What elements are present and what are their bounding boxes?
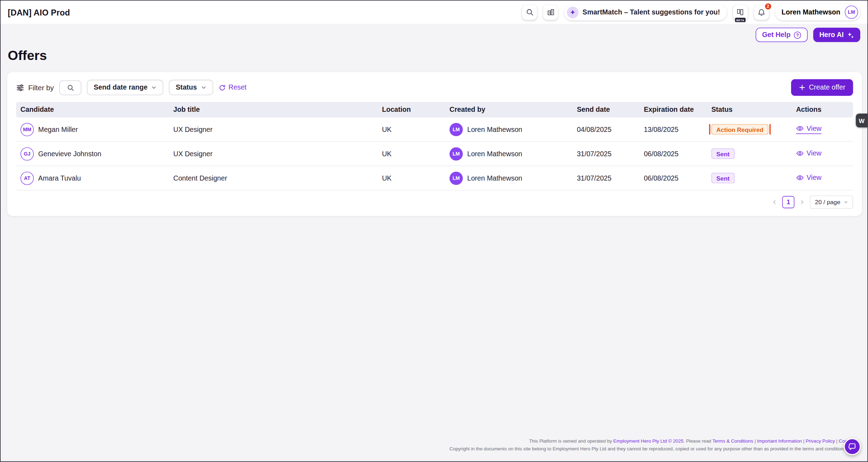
hero-ai-button[interactable]: Hero AI <box>813 28 860 42</box>
status-badge: Action Required <box>711 124 769 135</box>
column-header-actions: Actions <box>791 106 853 114</box>
create-offer-button[interactable]: Create offer <box>791 79 853 96</box>
table-header: Candidate Job title Location Created by … <box>16 102 853 117</box>
chevron-down-icon <box>151 85 157 90</box>
plus-icon <box>799 84 806 91</box>
table-row: GJ Genevieve Johnston UX Designer UK LM … <box>16 142 853 166</box>
status-badge: Sent <box>711 148 735 159</box>
footer-separator: | <box>753 438 757 444</box>
eye-icon <box>796 124 804 132</box>
app-window: [DAN] AIO Prod SmartMatch – Talent sugge… <box>0 0 868 462</box>
send-date: 31/07/2025 <box>573 174 640 182</box>
filter-by-label: Filter by <box>28 83 54 92</box>
job-title: UX Designer <box>169 150 378 158</box>
chat-bubble-icon <box>848 443 857 451</box>
table-search-input[interactable] <box>59 80 81 95</box>
view-label: View <box>807 124 821 132</box>
previous-page-button[interactable] <box>772 199 777 205</box>
filter-sliders-icon <box>16 83 25 92</box>
created-by-avatar: LM <box>450 171 463 185</box>
column-header-send-date: Send date <box>573 106 640 114</box>
location: UK <box>378 150 445 158</box>
candidate-name: Megan Miller <box>38 126 78 133</box>
send-date: 31/07/2025 <box>573 150 640 158</box>
pagination: 1 20 / page <box>16 190 853 212</box>
sparkles-icon <box>847 31 854 38</box>
chat-widget-button[interactable] <box>844 438 861 455</box>
expiration-date: 06/08/2025 <box>640 150 707 158</box>
candidate-avatar: GJ <box>20 147 34 160</box>
bell-icon <box>757 8 766 17</box>
created-by-name: Loren Mathewson <box>467 126 522 133</box>
created-by-avatar: LM <box>450 147 463 160</box>
candidate-avatar: AT <box>20 171 34 185</box>
hero-ai-label: Hero AI <box>819 31 844 39</box>
user-avatar: LM <box>845 6 858 19</box>
reset-filters-button[interactable]: Reset <box>219 84 247 91</box>
column-header-status: Status <box>707 106 791 114</box>
search-icon <box>526 8 533 16</box>
expiration-date: 06/08/2025 <box>640 174 707 182</box>
filter-bar: Filter by Send date range Status <box>16 79 853 96</box>
search-icon <box>67 84 74 91</box>
footer-text: This Platform is owned and operated by <box>529 438 613 444</box>
status-filter[interactable]: Status <box>169 80 213 95</box>
expiration-date: 13/08/2025 <box>640 126 707 133</box>
chevron-down-icon <box>844 200 848 205</box>
privacy-policy-link[interactable]: Privacy Policy <box>806 438 835 444</box>
smartmatch-label: SmartMatch – Talent suggestions for you! <box>582 8 720 16</box>
send-date: 04/08/2025 <box>573 126 640 133</box>
search-button[interactable] <box>522 5 537 19</box>
offers-card: Filter by Send date range Status <box>7 72 862 216</box>
reset-icon <box>219 84 226 91</box>
user-menu[interactable]: Loren Mathewson LM <box>775 4 860 20</box>
notification-count-badge: 2 <box>764 2 771 10</box>
recruitment-tools-button[interactable]: BETA <box>733 5 748 19</box>
view-offer-link[interactable]: View <box>796 174 821 182</box>
user-name: Loren Mathewson <box>782 8 841 16</box>
view-offer-link[interactable]: View <box>796 124 821 134</box>
column-header-location: Location <box>378 106 445 114</box>
reset-label: Reset <box>228 84 246 91</box>
smartmatch-sparkle-icon <box>567 6 579 18</box>
employment-hero-link[interactable]: Employment Hero Pty Ltd © 2025 <box>613 438 684 444</box>
created-by-avatar: LM <box>450 123 463 136</box>
column-header-job-title: Job title <box>169 106 378 114</box>
status-filter-label: Status <box>176 84 197 91</box>
created-by-name: Loren Mathewson <box>467 150 522 158</box>
eye-icon <box>796 149 804 157</box>
side-widget-tab[interactable]: W <box>856 114 868 127</box>
beta-badge: BETA <box>735 17 745 22</box>
terms-conditions-link[interactable]: Terms & Conditions <box>713 438 753 444</box>
notifications-button[interactable]: 2 <box>754 5 769 19</box>
created-by-name: Loren Mathewson <box>467 174 522 182</box>
organisation-button[interactable] <box>543 5 558 19</box>
create-offer-label: Create offer <box>809 84 845 91</box>
smartmatch-banner[interactable]: SmartMatch – Talent suggestions for you! <box>564 4 727 20</box>
footer-line-2: Copyright in the documents on this site … <box>450 445 850 452</box>
next-page-button[interactable] <box>800 199 805 205</box>
important-information-link[interactable]: Important Information <box>757 438 802 444</box>
location: UK <box>378 126 445 133</box>
top-bar: [DAN] AIO Prod SmartMatch – Talent sugge… <box>1 1 868 24</box>
filter-by: Filter by <box>16 83 54 92</box>
candidate-name: Amara Tuvalu <box>38 174 81 182</box>
footer: This Platform is owned and operated by E… <box>450 437 850 452</box>
column-header-expiration-date: Expiration date <box>640 106 707 114</box>
get-help-button[interactable]: Get Help ? <box>756 28 808 42</box>
location: UK <box>378 174 445 182</box>
kanban-icon <box>736 8 744 16</box>
page-size-select[interactable]: 20 / page <box>810 195 853 209</box>
page-title: Offers <box>8 48 47 63</box>
page-number-button[interactable]: 1 <box>782 196 795 208</box>
candidate-avatar: MM <box>20 123 34 136</box>
candidate-name: Genevieve Johnston <box>38 150 101 158</box>
send-date-range-filter[interactable]: Send date range <box>87 80 164 95</box>
column-header-created-by: Created by <box>445 106 572 114</box>
page-size-value: 20 / page <box>815 199 841 206</box>
table-row: MM Megan Miller UX Designer UK LM Loren … <box>16 117 853 142</box>
view-label: View <box>807 149 821 157</box>
app-title: [DAN] AIO Prod <box>8 7 70 17</box>
view-offer-link[interactable]: View <box>796 149 821 158</box>
footer-separator: | <box>802 438 806 444</box>
